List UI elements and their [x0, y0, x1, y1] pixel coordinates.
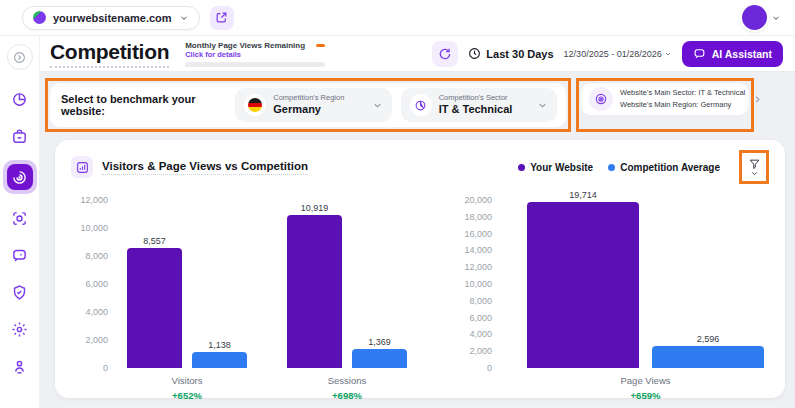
chart-legend: Your Website Competition Average — [518, 162, 720, 173]
region-select[interactable]: Competition's Region Germany — [235, 88, 391, 122]
y-axis-tick: 18,000 — [464, 212, 492, 222]
refresh-button[interactable] — [432, 41, 458, 67]
sidebar-item-projects[interactable] — [7, 123, 33, 149]
legend-your-website[interactable]: Your Website — [518, 162, 593, 173]
y-axis-tick: 10,000 — [80, 223, 108, 233]
target-icon — [11, 210, 28, 227]
benchmark-row: Select to benchmark your website: Compet… — [45, 78, 787, 132]
legend-dot-blue — [608, 164, 615, 171]
quota-remaining-indicator — [316, 44, 325, 47]
website-target-icon — [589, 87, 613, 111]
category-delta: +698% — [287, 390, 407, 401]
bar-chart-icon — [71, 156, 93, 178]
user-pin-icon — [11, 358, 28, 375]
bar-chart: 12,00010,0008,0006,0004,0002,0000 8,5571… — [71, 184, 769, 401]
bar-value-label: 8,557 — [143, 236, 166, 246]
bar-rect[interactable] — [352, 349, 407, 368]
bar-competition-average[interactable]: 2,596 — [652, 334, 764, 368]
bar-rect[interactable] — [527, 202, 639, 368]
region-select-label: Competition's Region — [273, 93, 344, 102]
ai-assistant-button[interactable]: AI Assistant — [682, 41, 783, 67]
radar-swirl-icon — [12, 170, 27, 185]
bar-rect[interactable] — [192, 352, 247, 368]
chevron-down-icon — [372, 100, 383, 111]
sector-select-value: IT & Technical — [439, 103, 513, 117]
y-axis-tick: 4,000 — [85, 307, 108, 317]
avatar-chevron-icon[interactable] — [771, 13, 781, 23]
arrow-circle-icon — [13, 51, 26, 64]
benchmark-prompt: Select to benchmark your website: — [61, 93, 226, 117]
date-range-text: 12/30/2025 - 01/28/2026 — [564, 49, 662, 59]
open-website-button[interactable] — [210, 6, 234, 30]
sidebar — [0, 36, 40, 408]
bar-competition-average[interactable]: 1,369 — [352, 337, 407, 368]
bar-rect[interactable] — [287, 215, 342, 368]
ai-chat-icon — [693, 47, 706, 60]
right-y-axis: 20,00018,00016,00014,00012,00010,0008,00… — [453, 200, 497, 368]
category-delta: +652% — [127, 390, 247, 401]
bag-icon — [11, 128, 28, 145]
annotation-box-website-info: Website's Main Sector: IT & Technical We… — [576, 78, 754, 132]
refresh-icon — [438, 47, 452, 61]
period-selector[interactable]: Last 30 Days — [468, 47, 553, 60]
bar-competition-average[interactable]: 1,138 — [192, 340, 247, 368]
sector-select[interactable]: Competition's Sector IT & Technical — [401, 88, 557, 122]
sidebar-item-tracking[interactable] — [7, 205, 33, 231]
benchmark-panel: Select to benchmark your website: Compet… — [50, 83, 566, 127]
bar-rect[interactable] — [652, 346, 764, 368]
pie-chart-icon — [414, 99, 427, 112]
bar-value-label: 2,596 — [697, 334, 720, 344]
y-axis-tick: 6,000 — [469, 313, 492, 323]
sidebar-item-support[interactable] — [7, 353, 33, 379]
chevron-down-icon — [537, 100, 548, 111]
quota-progress-bar — [185, 62, 325, 67]
chart-group-visitors: 8,5571,138Visitors+652% — [127, 200, 247, 401]
annotation-box-filter — [739, 150, 769, 184]
chart-group-sessions: 10,9191,369Sessions+698% — [287, 200, 407, 401]
category-label: Sessions — [287, 375, 407, 386]
website-selector[interactable]: yourwebsitename.com — [22, 6, 200, 30]
sidebar-item-competition[interactable] — [3, 160, 37, 194]
sector-select-label: Competition's Sector — [439, 93, 513, 102]
bar-rect[interactable] — [127, 248, 182, 368]
y-axis-tick: 20,000 — [464, 195, 492, 205]
quota-details-link[interactable]: Click for details — [185, 50, 325, 59]
bar-your-website[interactable]: 8,557 — [127, 236, 182, 368]
avatar[interactable] — [742, 5, 767, 30]
date-range[interactable]: 12/30/2025 - 01/28/2026 — [564, 49, 672, 59]
chart-card: Visitors & Page Views vs Competition You… — [55, 140, 785, 398]
expand-sidebar-button[interactable] — [7, 44, 33, 70]
period-label: Last 30 Days — [486, 48, 553, 60]
annotation-box-benchmark: Select to benchmark your website: Compet… — [45, 78, 571, 132]
sidebar-item-analytics[interactable] — [7, 86, 33, 112]
sidebar-item-security[interactable] — [7, 279, 33, 305]
website-favicon-icon — [33, 11, 46, 24]
website-info-panel[interactable]: Website's Main Sector: IT & Technical We… — [581, 83, 749, 115]
category-label: Page Views — [527, 375, 764, 386]
clock-icon — [468, 47, 481, 60]
legend-dot-purple — [518, 164, 525, 171]
sidebar-item-settings[interactable] — [7, 316, 33, 342]
filter-button[interactable] — [743, 154, 765, 180]
external-link-icon — [215, 11, 228, 24]
bar-your-website[interactable]: 19,714 — [527, 190, 639, 368]
chevron-down-icon — [664, 50, 672, 58]
legend-competition-average[interactable]: Competition Average — [608, 162, 720, 173]
y-axis-tick: 6,000 — [85, 279, 108, 289]
website-domain: yourwebsitename.com — [53, 12, 172, 24]
gear-icon — [11, 321, 28, 338]
chart-title: Visitors & Page Views vs Competition — [102, 160, 308, 175]
y-axis-tick: 8,000 — [469, 296, 492, 306]
y-axis-tick: 12,000 — [464, 262, 492, 272]
monthly-quota-label: Monthly Page Views Remaining — [185, 41, 305, 50]
chevron-right-icon — [752, 94, 763, 105]
sidebar-item-messages[interactable] — [7, 242, 33, 268]
y-axis-tick: 10,000 — [464, 279, 492, 289]
bar-your-website[interactable]: 10,919 — [287, 203, 342, 368]
y-axis-tick: 12,000 — [80, 195, 108, 205]
bar-value-label: 1,369 — [368, 337, 391, 347]
category-label: Visitors — [127, 375, 247, 386]
y-axis-tick: 2,000 — [469, 346, 492, 356]
region-select-value: Germany — [273, 103, 344, 117]
monthly-quota-widget[interactable]: Monthly Page Views Remaining Click for d… — [185, 41, 325, 67]
